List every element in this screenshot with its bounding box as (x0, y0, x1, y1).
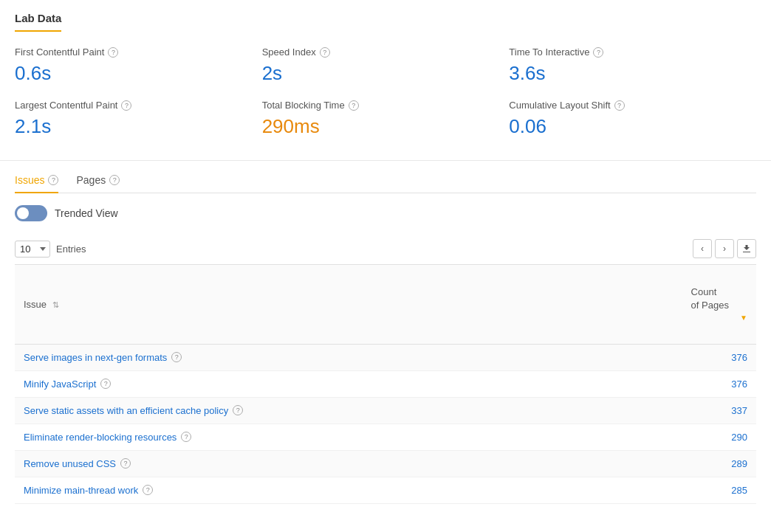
metric-total-blocking-time: Total Blocking Time ? 290ms (262, 100, 510, 138)
count-cell-2: 376 (682, 370, 756, 397)
issue-sort-icon: ⇅ (52, 300, 59, 309)
metric-label-fcp: First Contentful Paint (15, 46, 104, 58)
issue-cell-5: Remove unused CSS ? (15, 450, 682, 477)
metric-label-cls: Cumulative Layout Shift (509, 100, 610, 111)
issue-link-2[interactable]: Minify JavaScript (24, 379, 96, 390)
tab-issues[interactable]: Issues ? (15, 168, 58, 193)
help-icon-row1[interactable]: ? (171, 352, 182, 362)
toggle-track (15, 205, 47, 221)
count-cell-3: 337 (682, 397, 756, 424)
th-count[interactable]: Countof Pages ▼ (682, 265, 756, 345)
table-row: Minimize main-thread work ? 285 (15, 477, 756, 503)
metric-value-tbt: 290ms (262, 115, 502, 138)
help-icon-row2[interactable]: ? (100, 379, 111, 389)
table-row: Serve static assets with an efficient ca… (15, 397, 756, 424)
issues-table-body: Serve images in next-gen formats ? 376 M… (15, 344, 756, 503)
table-header-row: Issue ⇅ Countof Pages ▼ (15, 265, 756, 345)
metric-label-tti: Time To Interactive (509, 46, 589, 58)
issues-table: Issue ⇅ Countof Pages ▼ Serve images in … (15, 264, 756, 504)
metric-label-tbt: Total Blocking Time (262, 100, 345, 111)
help-icon-row5[interactable]: ? (120, 458, 131, 469)
metric-label-lcp: Largest Contentful Paint (15, 100, 117, 111)
controls-section: Trended View 10 25 50 100 Entries ‹ › Is… (0, 193, 771, 516)
issue-link-5[interactable]: Remove unused CSS (24, 458, 116, 469)
trended-view-toggle[interactable] (15, 205, 47, 221)
issue-link-1[interactable]: Serve images in next-gen formats (24, 352, 167, 363)
help-icon-tbt[interactable]: ? (349, 100, 359, 111)
download-button[interactable] (737, 239, 756, 258)
metric-first-contentful-paint: First Contentful Paint ? 0.6s (15, 46, 262, 85)
issue-cell-2: Minify JavaScript ? (15, 370, 682, 397)
issue-cell-4: Eliminate render-blocking resources ? (15, 424, 682, 450)
th-issue[interactable]: Issue ⇅ (15, 265, 682, 345)
help-icon-si[interactable]: ? (320, 47, 330, 58)
pagination-nav: ‹ › (693, 239, 756, 258)
metric-time-to-interactive: Time To Interactive ? 3.6s (509, 46, 756, 85)
toggle-label: Trended View (55, 207, 118, 219)
entries-select[interactable]: 10 25 50 100 (15, 241, 50, 258)
table-row: Serve images in next-gen formats ? 376 (15, 344, 756, 370)
table-row: Minify JavaScript ? 376 (15, 370, 756, 397)
metric-value-lcp: 2.1s (15, 115, 255, 138)
count-cell-1: 376 (682, 344, 756, 370)
count-sort-icon: ▼ (691, 313, 747, 323)
help-icon-fcp[interactable]: ? (108, 47, 118, 58)
help-icon-row4[interactable]: ? (181, 432, 191, 442)
metric-value-fcp: 0.6s (15, 62, 255, 85)
download-icon (742, 244, 751, 253)
lab-data-section: Lab Data First Contentful Paint ? 0.6s S… (0, 0, 771, 153)
issue-link-3[interactable]: Serve static assets with an efficient ca… (24, 405, 228, 416)
metrics-grid: First Contentful Paint ? 0.6s Speed Inde… (15, 46, 756, 153)
metric-label-si: Speed Index (262, 46, 316, 58)
issue-link-4[interactable]: Eliminate render-blocking resources (24, 432, 177, 443)
tab-pages[interactable]: Pages ? (76, 168, 120, 193)
metric-cumulative-layout-shift: Cumulative Layout Shift ? 0.06 (509, 100, 756, 138)
metric-value-si: 2s (262, 62, 502, 85)
metric-largest-contentful-paint: Largest Contentful Paint ? 2.1s (15, 100, 262, 138)
prev-page-button[interactable]: ‹ (693, 239, 712, 258)
metric-speed-index: Speed Index ? 2s (262, 46, 510, 85)
issue-link-6[interactable]: Minimize main-thread work (24, 485, 138, 496)
help-icon-row3[interactable]: ? (233, 405, 243, 415)
metric-value-cls: 0.06 (509, 115, 749, 138)
tabs-section: Issues ? Pages ? (0, 160, 771, 193)
lab-data-title: Lab Data (15, 12, 61, 32)
issue-cell-1: Serve images in next-gen formats ? (15, 344, 682, 370)
help-icon-pages-tab[interactable]: ? (109, 175, 120, 185)
help-icon-tti[interactable]: ? (593, 47, 603, 58)
count-cell-5: 289 (682, 450, 756, 477)
entries-label: Entries (56, 243, 86, 255)
help-icon-row6[interactable]: ? (143, 485, 153, 495)
next-page-button[interactable]: › (715, 239, 734, 258)
table-row: Remove unused CSS ? 289 (15, 450, 756, 477)
help-icon-issues-tab[interactable]: ? (48, 175, 58, 185)
table-row: Eliminate render-blocking resources ? 29… (15, 424, 756, 450)
count-cell-6: 285 (682, 477, 756, 503)
help-icon-cls[interactable]: ? (614, 100, 625, 111)
tabs-row: Issues ? Pages ? (15, 168, 756, 193)
issue-cell-6: Minimize main-thread work ? (15, 477, 682, 503)
metric-value-tti: 3.6s (509, 62, 749, 85)
help-icon-lcp[interactable]: ? (121, 100, 131, 111)
entries-row: 10 25 50 100 Entries ‹ › (15, 233, 756, 264)
count-cell-4: 290 (682, 424, 756, 450)
issue-cell-3: Serve static assets with an efficient ca… (15, 397, 682, 424)
toggle-row: Trended View (15, 205, 756, 221)
toggle-knob (17, 207, 29, 219)
